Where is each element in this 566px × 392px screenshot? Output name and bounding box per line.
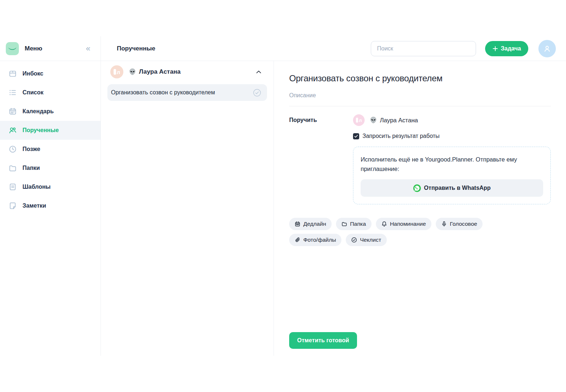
mark-done-button[interactable]: Отметить готовой [289,332,357,349]
assign-body: л Лаура Астана [353,114,551,204]
voice-chip[interactable]: Голосовое [436,218,483,230]
invite-box: Исполнитель ещё не в Yourgood.Planner. О… [353,147,551,204]
sidebar-item-inbox[interactable]: Инбокс [0,64,101,83]
paperclip-icon [295,237,300,243]
sidebar-item-label: Инбокс [22,70,44,77]
sidebar-item-later[interactable]: Позже [0,140,101,159]
inbox-icon [8,69,17,78]
sidebar-item-label: Календарь [22,108,54,115]
divider [289,106,551,106]
app-logo [6,42,19,55]
menu-title: Меню [25,45,42,52]
bell-icon [381,221,387,227]
app-body: Инбокс Список [0,61,566,356]
assign-label: Поручить [289,114,353,204]
assign-section: Поручить л [289,114,551,204]
alien-emoji [370,117,377,124]
person-icon [542,44,552,53]
request-result-row: Запросить результат работы [353,133,551,139]
chip-label: Голосовое [450,221,477,227]
sidebar-item-notes[interactable]: Заметки [0,196,101,215]
collapse-sidebar-icon[interactable]: « [85,44,92,53]
check-circle-icon [351,237,357,243]
sidebar-nav: Инбокс Список [0,61,101,356]
reminder-chip[interactable]: Напоминание [376,218,431,230]
invite-text: Исполнитель ещё не в Yourgood.Planner. О… [361,155,543,173]
task-list-item[interactable]: Организовать созвон с руководителем [107,84,267,101]
note-icon [8,201,17,210]
checklist-chip[interactable]: Чеклист [346,234,386,246]
sidebar-item-assigned[interactable]: Порученные [0,121,101,140]
topbar: Меню « Порученные Задача [0,36,566,61]
description-field[interactable]: Описание [289,92,551,99]
send-whatsapp-label: Отправить в WhatsApp [424,185,491,191]
sidebar-item-label: Позже [22,146,40,152]
chip-label: Напоминание [390,221,426,227]
clock-icon [8,145,17,154]
people-icon [8,126,17,135]
task-detail-panel: Организовать созвон с руководителем Опис… [274,61,566,356]
add-task-button[interactable]: Задача [485,41,528,56]
folder-chip[interactable]: Папка [336,218,372,230]
chip-label: Чеклист [360,237,381,243]
sidebar-item-label: Шаблоны [22,184,51,190]
alien-emoji [129,68,136,75]
folder-icon [8,164,17,172]
task-detail-title[interactable]: Организовать созвон с руководителем [289,73,551,83]
request-result-checkbox[interactable] [353,133,359,139]
sidebar-item-list[interactable]: Список [0,83,101,102]
group-name: Лаура Астана [139,68,181,75]
app-page: Меню « Порученные Задача [0,0,566,392]
deadline-chip[interactable]: Дедлайн [289,218,332,230]
template-icon [8,183,17,191]
check-icon [354,135,358,138]
whatsapp-icon [413,184,421,192]
chevron-up-icon[interactable] [256,70,261,74]
chip-label: Папка [350,221,366,227]
sidebar-header: Меню « [0,36,101,61]
tofu-glyph [114,69,116,75]
smile-mark-icon [6,42,19,55]
top-controls: Задача [371,40,556,57]
sidebar-item-calendar[interactable]: Календарь [0,102,101,121]
profile-avatar-button[interactable] [538,40,556,57]
assignee-group-header[interactable]: л Лаура Астана [101,61,274,78]
app-window: Меню « Порученные Задача [0,36,566,356]
sidebar-item-templates[interactable]: Шаблоны [0,177,101,196]
sidebar-item-label: Список [22,89,44,96]
sidebar-item-label: Папки [22,165,40,171]
sidebar-item-label: Заметки [22,203,46,209]
sidebar-item-folders[interactable]: Папки [0,159,101,177]
sidebar-item-label: Порученные [22,127,59,134]
calendar-icon [295,221,300,227]
page-title: Порученные [117,45,155,52]
assignee-row[interactable]: л Лаура Астана [353,114,551,126]
assignee-avatar: л [353,114,365,126]
send-whatsapp-button[interactable]: Отправить в WhatsApp [361,179,543,197]
group-avatar: л [110,65,123,78]
calendar-icon [8,107,17,116]
assignee-name: Лаура Астана [380,117,418,124]
folder-icon [341,221,347,227]
chip-label: Фото/файлы [303,237,336,243]
task-option-chips: Дедлайн Папка [289,218,529,246]
main-header: Порученные Задача [101,36,566,61]
search-input[interactable] [371,41,476,56]
chip-label: Дедлайн [303,221,326,227]
add-task-label: Задача [501,45,521,52]
complete-task-icon[interactable] [253,89,261,97]
task-list-column: л Лаура Астана [101,61,274,356]
files-chip[interactable]: Фото/файлы [289,234,341,246]
list-icon [8,88,17,97]
tofu-glyph [356,118,358,123]
request-result-label: Запросить результат работы [362,133,440,139]
plus-icon [492,46,498,52]
task-title: Организовать созвон с руководителем [111,89,215,96]
microphone-icon [441,221,447,227]
